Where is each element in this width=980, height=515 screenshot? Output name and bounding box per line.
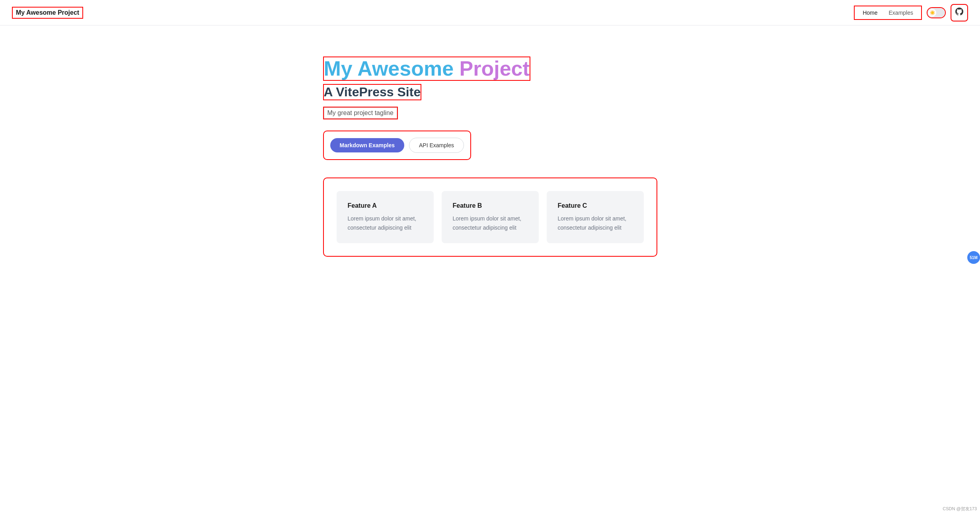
nav-link-home[interactable]: Home [858,8,882,18]
csdn-badge[interactable]: 51M [967,251,980,264]
csdn-watermark: CSDN @贺友173 [943,506,977,512]
feature-a-title: Feature A [348,202,423,209]
feature-card-b: Feature B Lorem ipsum dolor sit amet, co… [442,191,539,243]
hero-title-wrapper: My Awesome Project [324,57,657,85]
feature-card-c: Feature C Lorem ipsum dolor sit amet, co… [547,191,644,243]
navbar-right: Home Examples [855,5,967,21]
api-examples-button[interactable]: API Examples [409,138,464,153]
hero-title-my: My [324,57,358,80]
cta-buttons: Markdown Examples API Examples [324,131,470,159]
hero-title-awesome: Awesome [357,57,459,80]
navbar: My Awesome Project Home Examples [0,0,980,25]
features-section: Feature A Lorem ipsum dolor sit amet, co… [324,178,657,256]
feature-b-description: Lorem ipsum dolor sit amet, consectetur … [453,214,528,232]
theme-toggle[interactable] [927,8,945,18]
feature-a-description: Lorem ipsum dolor sit amet, consectetur … [348,214,423,232]
markdown-examples-button[interactable]: Markdown Examples [330,138,405,152]
features-grid: Feature A Lorem ipsum dolor sit amet, co… [337,191,644,243]
hero-title-project: Project [460,57,530,80]
hero-tagline: My great project tagline [324,107,397,119]
feature-b-title: Feature B [453,202,528,209]
hero-title: My Awesome Project [324,57,530,80]
github-link[interactable] [951,5,967,21]
hero-subtitle-wrapper: A VitePress Site [324,85,657,107]
feature-card-a: Feature A Lorem ipsum dolor sit amet, co… [337,191,434,243]
hero-tagline-wrapper: My great project tagline [324,107,657,131]
feature-c-description: Lorem ipsum dolor sit amet, consectetur … [558,214,633,232]
nav-links: Home Examples [855,6,921,19]
hero-section: My Awesome Project A VitePress Site My g… [324,57,657,159]
main-content: My Awesome Project A VitePress Site My g… [311,25,669,288]
nav-link-examples[interactable]: Examples [884,8,918,18]
hero-subtitle: A VitePress Site [324,85,421,99]
navbar-logo[interactable]: My Awesome Project [13,8,82,18]
github-icon [955,8,963,18]
feature-c-title: Feature C [558,202,633,209]
theme-toggle-switch[interactable] [927,8,945,18]
